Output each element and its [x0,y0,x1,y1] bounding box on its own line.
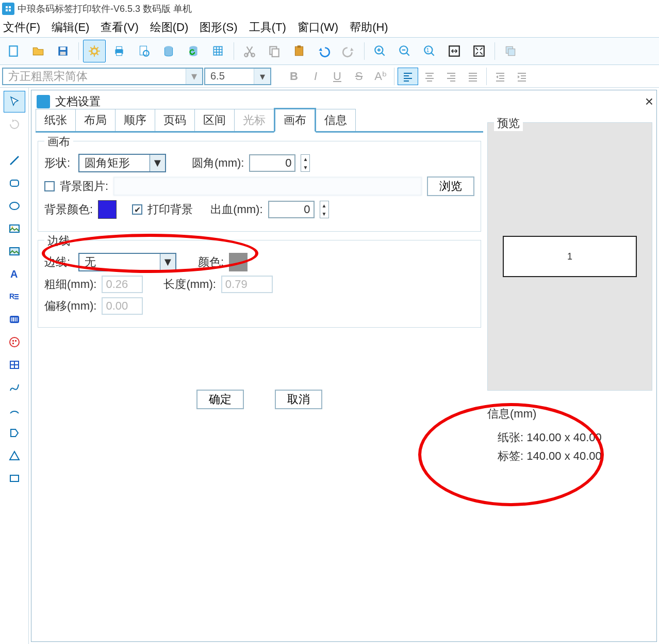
menu-file[interactable]: 文件(F) [3,20,40,35]
print-preview-icon[interactable] [133,40,155,62]
align-left-icon[interactable] [398,68,418,85]
border-combo[interactable]: 无 ▼ [78,253,176,271]
arc-tool[interactable] [4,399,25,421]
image2-tool[interactable] [4,240,25,262]
underline-icon[interactable]: U [327,68,348,85]
tab-layout[interactable]: 布局 [75,109,116,131]
barcode-tool[interactable] [4,309,25,330]
bold-icon[interactable]: B [284,68,304,85]
bleed-input[interactable]: 0 [268,201,315,218]
svg-point-39 [10,337,19,347]
zoom-100-icon[interactable]: 1 [418,40,441,62]
svg-point-9 [92,49,97,54]
font-name-value: 方正粗黑宋简体 [8,69,88,84]
menu-view[interactable]: 查看(V) [101,20,138,35]
new-doc-icon[interactable] [2,40,25,62]
menu-window[interactable]: 窗口(W) [298,20,338,35]
canvas-legend: 画布 [44,134,73,150]
triangle-tool[interactable] [4,445,25,466]
layer-icon[interactable] [499,40,522,62]
tab-canvas[interactable]: 画布 [274,108,316,133]
corner-spinner[interactable]: ▲▼ [301,154,310,172]
fit-page-icon[interactable] [468,40,490,62]
richtext-tool[interactable]: R [4,286,25,308]
tab-range[interactable]: 区间 [194,109,235,131]
offset-label: 偏移(mm): [44,298,96,314]
menu-draw[interactable]: 绘图(D) [150,20,189,35]
chevron-down-icon[interactable]: ▾ [254,69,270,84]
open-icon[interactable] [27,40,50,62]
italic-icon[interactable]: I [305,68,326,85]
redo-icon[interactable] [337,40,360,62]
tab-info[interactable]: 信息 [316,109,356,131]
table-tool[interactable] [4,354,25,376]
tab-paper[interactable]: 纸张 [36,109,76,131]
save-icon[interactable] [52,40,74,62]
svg-rect-2 [9,6,11,8]
bgimg-path-input[interactable] [113,177,422,196]
chevron-down-icon[interactable]: ▾ [186,69,202,84]
offset-input[interactable]: 0.00 [102,297,143,315]
align-center-icon[interactable] [419,68,440,85]
pointer-tool[interactable] [4,91,25,112]
align-justify-icon[interactable] [463,68,483,85]
info-title: 信息(mm) [487,406,652,422]
fit-width-icon[interactable] [443,40,466,62]
printbg-checkbox[interactable]: ✔ [132,204,142,215]
border-color-swatch[interactable] [229,253,248,271]
tab-order[interactable]: 顺序 [115,109,155,131]
menu-help[interactable]: 帮助(H) [350,20,388,35]
line-tool[interactable] [4,150,25,171]
rect-tool[interactable] [4,468,25,489]
info-paper: 纸张: 140.00 x 40.00 [498,430,652,445]
copy-icon[interactable] [263,40,286,62]
cancel-button[interactable]: 取消 [275,390,322,409]
indent-decrease-icon[interactable] [512,68,532,85]
rotate-tool[interactable] [4,114,25,135]
bleed-spinner[interactable]: ▲▼ [320,201,329,218]
ok-button[interactable]: 确定 [196,390,244,409]
corner-input[interactable]: 0 [249,154,295,172]
qrcode-tool[interactable] [4,331,25,353]
database-icon[interactable] [157,40,180,62]
settings-icon[interactable] [83,40,106,62]
image-tool[interactable] [4,218,25,239]
chevron-down-icon[interactable]: ▼ [150,155,165,171]
font-size-combo[interactable]: 6.5 ▾ [204,68,271,85]
separator [234,42,234,60]
curve-tool[interactable] [4,377,25,398]
text-tool[interactable]: A [4,263,25,285]
undo-icon[interactable] [312,40,335,62]
tab-page[interactable]: 页码 [155,109,195,131]
grid-icon[interactable] [207,40,229,62]
polygon-tool[interactable] [4,422,25,444]
align-right-icon[interactable] [441,68,462,85]
svg-point-18 [251,53,255,57]
zoom-in-icon[interactable] [369,40,391,62]
superscript-icon[interactable]: Aᵇ [370,68,391,85]
ellipse-tool[interactable] [4,195,25,217]
browse-button[interactable]: 浏览 [427,176,474,196]
print-icon[interactable] [108,40,130,62]
font-name-combo[interactable]: 方正粗黑宋简体 ▾ [2,68,203,85]
svg-text:R: R [9,292,14,300]
length-input[interactable]: 0.79 [221,276,273,293]
menu-tool[interactable]: 工具(T) [249,20,286,35]
rounded-rect-tool[interactable] [4,172,25,194]
database-refresh-icon[interactable] [182,40,205,62]
bgcolor-swatch[interactable] [98,200,117,219]
indent-increase-icon[interactable] [490,68,510,85]
paste-icon[interactable] [288,40,310,62]
cut-icon[interactable] [238,40,261,62]
menu-edit[interactable]: 编辑(E) [52,20,89,35]
tab-cursor[interactable]: 光标 [234,109,274,131]
menu-shape[interactable]: 图形(S) [200,20,237,35]
chevron-down-icon[interactable]: ▼ [160,254,175,270]
shape-combo[interactable]: 圆角矩形 ▼ [78,154,166,172]
thick-input[interactable]: 0.26 [102,276,143,293]
zoom-out-icon[interactable] [393,40,416,62]
close-icon[interactable]: × [645,93,653,110]
bgimg-checkbox[interactable] [44,181,55,191]
strikethrough-icon[interactable]: S [349,68,369,85]
side-tools: A R [0,88,29,644]
